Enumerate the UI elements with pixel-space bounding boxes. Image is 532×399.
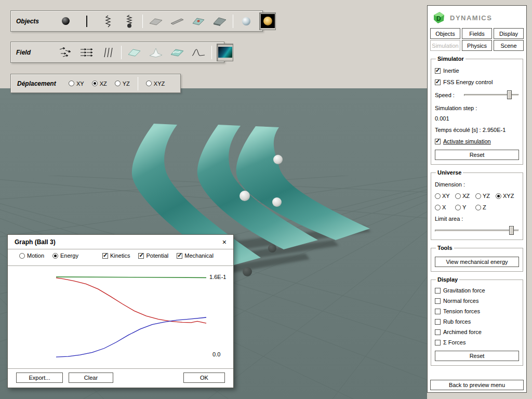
checkbox-label: Gravitation force <box>443 287 485 294</box>
tool-ball-button[interactable] <box>57 12 74 30</box>
tool-field-image-button[interactable] <box>217 44 233 61</box>
field-image-icon <box>218 47 232 58</box>
slider-thumb[interactable] <box>507 90 512 99</box>
display-group: Display Gravitation force Normal forces … <box>431 276 523 366</box>
checkbox-icon <box>435 309 441 314</box>
tools-group: Tools View mechanical energy <box>431 245 523 272</box>
universe-group: Universe Dimension : XY XZ YZ XYZ <box>431 169 523 240</box>
radio-label: YZ <box>123 81 130 87</box>
toolbar-separator <box>121 46 122 59</box>
divider <box>8 249 233 249</box>
dimension-z-radio[interactable]: Z <box>475 204 486 210</box>
ball-1[interactable] <box>273 155 283 164</box>
radio-label: Y <box>462 204 466 210</box>
elapsed-time-label: Temps écoulé [s] : 2.950E-1 <box>435 127 519 133</box>
inertie-checkbox[interactable]: Inertie <box>435 68 519 74</box>
nav-simulation-button: Simulation <box>430 40 460 51</box>
tool-shiny-ball-button[interactable] <box>238 12 255 30</box>
checkbox-label: Σ Forces <box>443 339 466 345</box>
gravitation-force-checkbox[interactable]: Gravitation force <box>435 287 519 294</box>
export-button[interactable]: Export... <box>16 373 63 383</box>
activate-simulation-checkbox[interactable]: Activate simulation <box>435 138 519 144</box>
tool-flat-surface-button[interactable] <box>126 44 143 61</box>
shadowed-ball[interactable] <box>268 244 276 252</box>
deplacement-yz-radio[interactable]: YZ <box>115 81 130 87</box>
clear-button[interactable]: Clear <box>69 373 113 383</box>
dimension-y-radio[interactable]: Y <box>455 204 475 210</box>
sigma-forces-checkbox[interactable]: Σ Forces <box>435 339 519 345</box>
mechanical-checkbox[interactable]: Mechanical <box>177 252 214 259</box>
nav-objects-button[interactable]: Objects <box>430 28 460 39</box>
nav-fields-button[interactable]: Fields <box>462 28 492 39</box>
simulation-step-label: Simulation step : <box>435 105 519 111</box>
slider-thumb[interactable] <box>509 226 514 235</box>
ball-2[interactable] <box>240 191 250 201</box>
tension-forces-checkbox[interactable]: Tension forces <box>435 308 519 314</box>
view-mechanical-energy-button[interactable]: View mechanical energy <box>435 257 519 267</box>
peak-surface-icon <box>149 47 163 58</box>
checkbox-icon <box>435 139 441 144</box>
archimed-force-checkbox[interactable]: Archimed force <box>435 329 519 335</box>
speed-slider[interactable] <box>464 90 519 100</box>
rub-forces-checkbox[interactable]: Rub forces <box>435 318 519 325</box>
tool-rod-button[interactable] <box>169 12 185 30</box>
ball-3[interactable] <box>272 197 282 207</box>
tool-textured-ball-button[interactable] <box>259 12 276 30</box>
display-reset-button[interactable]: Reset <box>435 351 519 361</box>
limit-area-slider[interactable] <box>435 226 519 235</box>
deplacement-xz-radio[interactable]: XZ <box>92 81 107 87</box>
tool-peak-surface-button[interactable] <box>148 44 164 61</box>
tool-lines-field-button[interactable] <box>100 44 116 61</box>
checkbox-label: Inertie <box>443 68 459 74</box>
dimension-x-radio[interactable]: X <box>435 204 455 210</box>
deplacement-xy-radio[interactable]: XY <box>69 81 84 87</box>
tool-textured-plane-button[interactable] <box>190 12 207 30</box>
nav-scene-button[interactable]: Scene <box>494 40 524 51</box>
close-icon[interactable]: × <box>222 238 227 246</box>
wave-surface-icon <box>170 47 184 58</box>
simulator-reset-button[interactable]: Reset <box>435 150 519 160</box>
radio-icon <box>69 81 74 86</box>
brand-title: DYNAMICS <box>450 14 492 22</box>
energy-radio[interactable]: Energy <box>52 252 78 259</box>
checkbox-icon <box>435 288 441 294</box>
objects-toolbar-label: Objects <box>16 18 52 25</box>
line-icon <box>86 16 87 27</box>
dimension-yz-radio[interactable]: YZ <box>475 193 496 199</box>
deplacement-xyz-radio[interactable]: XYZ <box>146 81 165 87</box>
normal-forces-checkbox[interactable]: Normal forces <box>435 298 519 304</box>
toolbar-separator <box>211 46 212 59</box>
tool-wave-surface-button[interactable] <box>169 44 185 61</box>
fss-energy-control-checkbox[interactable]: FSS Energy control <box>435 79 519 85</box>
svg-text:D: D <box>436 15 441 22</box>
dimension-xy-radio[interactable]: XY <box>435 193 455 199</box>
tool-inclined-plane-button[interactable] <box>211 12 228 30</box>
potential-checkbox[interactable]: Potential <box>138 252 168 259</box>
nav-physics-button[interactable]: Physics <box>462 40 492 51</box>
tool-plane-button[interactable] <box>148 12 164 30</box>
radio-label: XYZ <box>154 81 165 87</box>
spring-icon <box>105 15 111 28</box>
tool-uniform-field-button[interactable] <box>78 44 95 61</box>
tool-line-button[interactable] <box>78 12 95 30</box>
shadowed-ball[interactable] <box>243 267 252 276</box>
dimension-label: Dimension : <box>435 181 519 188</box>
checkbox-label: Archimed force <box>443 329 482 335</box>
dimension-xz-radio[interactable]: XZ <box>455 193 475 199</box>
kinetics-checkbox[interactable]: Kinetics <box>102 252 130 259</box>
objects-toolbar: Objects <box>10 10 263 32</box>
checkbox-icon <box>435 79 441 85</box>
slider-track <box>435 230 519 232</box>
motion-radio[interactable]: Motion <box>19 252 44 259</box>
nav-display-button[interactable]: Display <box>494 28 524 39</box>
radio-label: YZ <box>483 193 490 199</box>
tool-scatter-field-button[interactable] <box>57 44 74 61</box>
back-to-preview-menu-button[interactable]: Back to preview menu <box>430 380 524 390</box>
tool-pulse-line-button[interactable] <box>190 44 207 61</box>
dimension-xyz-radio[interactable]: XYZ <box>496 193 514 199</box>
checkbox-label: Rub forces <box>443 318 471 325</box>
y-max-label: 1.6E-1 <box>209 274 226 280</box>
ok-button[interactable]: OK <box>183 373 225 383</box>
tool-spring-ball-button[interactable] <box>121 12 138 30</box>
tool-spring-button[interactable] <box>100 12 116 30</box>
